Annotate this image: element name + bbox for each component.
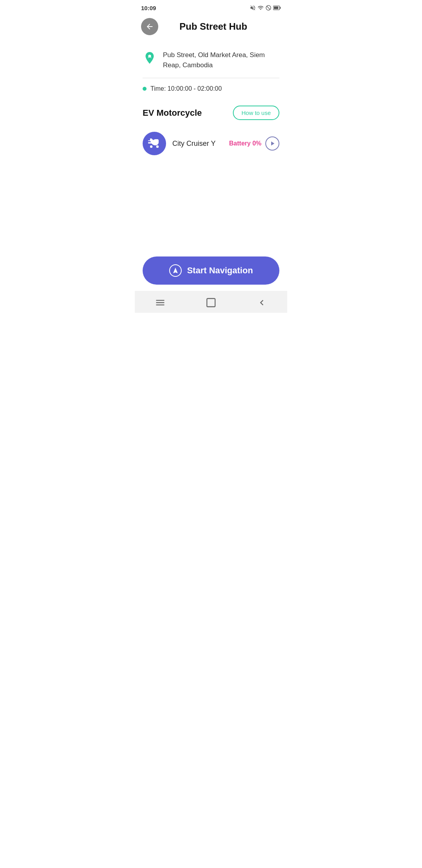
vehicle-card: City Cruiser Y Battery 0% xyxy=(135,126,287,161)
ev-section-header: EV Motorcycle How to use xyxy=(135,98,287,126)
svg-rect-2 xyxy=(274,7,279,9)
vehicle-name: City Cruiser Y xyxy=(172,140,223,148)
wifi-icon xyxy=(257,5,264,11)
start-navigation-label: Start Navigation xyxy=(187,265,253,276)
menu-icon xyxy=(155,297,166,308)
navigation-icon xyxy=(169,264,182,277)
play-button[interactable] xyxy=(265,136,279,151)
location-icon xyxy=(143,51,157,66)
battery-status: Battery 0% xyxy=(229,140,261,147)
no-signal-icon xyxy=(265,5,272,11)
svg-rect-1 xyxy=(280,7,281,9)
bottom-nav-back[interactable] xyxy=(236,297,287,308)
bottom-nav-menu[interactable] xyxy=(135,297,186,308)
vehicle-icon-circle xyxy=(143,132,166,155)
bottom-nav-home[interactable] xyxy=(186,297,236,308)
bottom-nav-bar xyxy=(135,291,287,313)
status-time: 10:09 xyxy=(141,5,156,11)
top-nav: Pub Street Hub xyxy=(135,14,287,39)
battery-icon xyxy=(273,5,281,11)
page-title: Pub Street Hub xyxy=(163,21,281,32)
mute-icon xyxy=(250,5,256,11)
svg-point-5 xyxy=(156,145,159,148)
time-range: Time: 10:00:00 - 02:00:00 xyxy=(150,85,222,92)
ev-section-title: EV Motorcycle xyxy=(143,108,202,118)
back-button[interactable] xyxy=(141,18,158,35)
home-icon xyxy=(206,297,216,308)
divider-1 xyxy=(143,78,279,78)
back-icon xyxy=(256,297,267,308)
content-spacer xyxy=(135,161,287,249)
svg-point-4 xyxy=(150,145,152,148)
vehicle-right: Battery 0% xyxy=(229,136,279,151)
svg-rect-6 xyxy=(207,299,215,307)
status-icons xyxy=(250,5,281,11)
location-section: Pub Street, Old Market Area, Siem Reap, … xyxy=(135,44,287,76)
time-dot-icon xyxy=(143,87,147,91)
location-address: Pub Street, Old Market Area, Siem Reap, … xyxy=(163,50,279,70)
time-section: Time: 10:00:00 - 02:00:00 xyxy=(135,80,287,98)
how-to-use-button[interactable]: How to use xyxy=(233,106,279,120)
start-navigation-button[interactable]: Start Navigation xyxy=(143,256,279,285)
status-bar: 10:09 xyxy=(135,0,287,14)
